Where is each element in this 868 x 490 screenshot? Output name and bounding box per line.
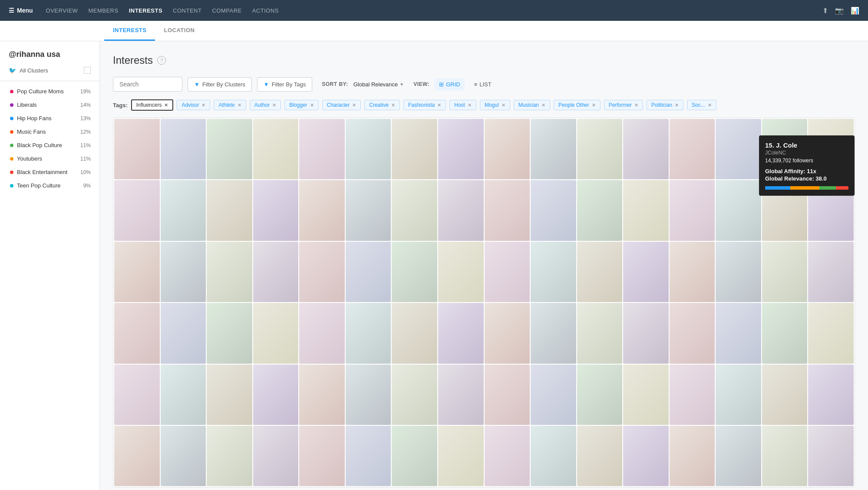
tag-politician[interactable]: Politician ✕	[647, 100, 683, 110]
grid-cell[interactable]	[253, 365, 299, 425]
nav-content[interactable]: CONTENT	[173, 7, 201, 14]
grid-cell[interactable]	[346, 303, 391, 363]
grid-cell[interactable]	[207, 242, 252, 302]
grid-cell[interactable]	[670, 303, 715, 363]
help-icon[interactable]: ?	[157, 56, 166, 65]
tag-people-other-remove[interactable]: ✕	[592, 102, 596, 108]
grid-cell[interactable]	[299, 426, 345, 486]
grid-cell[interactable]	[299, 180, 345, 240]
grid-cell[interactable]	[670, 365, 715, 425]
all-clusters-item[interactable]: 🐦 All Clusters	[0, 63, 99, 77]
tag-soc-remove[interactable]: ✕	[708, 102, 712, 108]
grid-cell[interactable]	[531, 242, 576, 302]
sort-select[interactable]: Global Relevance ▼	[353, 81, 404, 88]
grid-cell[interactable]	[346, 119, 391, 179]
tag-musician[interactable]: Musician ✕	[514, 100, 550, 110]
grid-cell[interactable]	[299, 119, 345, 179]
grid-cell[interactable]	[161, 426, 206, 486]
grid-cell[interactable]	[299, 365, 345, 425]
grid-cell[interactable]	[762, 426, 808, 486]
grid-cell[interactable]	[161, 303, 206, 363]
image-grid[interactable]	[113, 118, 855, 487]
grid-cell[interactable]	[114, 303, 160, 363]
tag-musician-remove[interactable]: ✕	[541, 102, 545, 108]
view-grid-button[interactable]: ⊞ GRID	[435, 79, 465, 90]
sidebar-item-music-fans[interactable]: Music Fans 12%	[0, 125, 99, 138]
grid-cell[interactable]	[623, 119, 669, 179]
grid-cell[interactable]	[485, 180, 530, 240]
nav-interests[interactable]: INTERESTS	[129, 7, 162, 14]
grid-cell[interactable]	[670, 426, 715, 486]
tag-character[interactable]: Character ✕	[322, 100, 361, 110]
grid-cell[interactable]	[577, 365, 623, 425]
nav-members[interactable]: MEMBERS	[88, 7, 118, 14]
sidebar-item-youtubers[interactable]: Youtubers 11%	[0, 152, 99, 165]
tag-performer[interactable]: Performer ✕	[604, 100, 643, 110]
grid-cell[interactable]	[299, 303, 345, 363]
grid-cell[interactable]	[485, 242, 530, 302]
grid-cell[interactable]	[623, 365, 669, 425]
chart-icon[interactable]: 📊	[851, 7, 859, 15]
grid-cell[interactable]	[253, 426, 299, 486]
grid-cell[interactable]	[670, 242, 715, 302]
grid-cell[interactable]	[253, 303, 299, 363]
grid-cell[interactable]	[346, 242, 391, 302]
grid-cell[interactable]	[392, 242, 437, 302]
grid-cell[interactable]	[808, 365, 854, 425]
tag-mogul[interactable]: Mogul ✕	[480, 100, 510, 110]
grid-cell[interactable]	[438, 303, 484, 363]
grid-cell[interactable]	[531, 119, 576, 179]
all-clusters-checkbox[interactable]	[84, 67, 91, 74]
grid-cell[interactable]	[114, 242, 160, 302]
grid-cell[interactable]	[762, 303, 808, 363]
grid-cell[interactable]	[577, 180, 623, 240]
grid-cell[interactable]	[207, 119, 252, 179]
grid-cell[interactable]	[577, 242, 623, 302]
tag-athlete-remove[interactable]: ✕	[238, 102, 241, 108]
grid-cell[interactable]	[577, 303, 623, 363]
grid-cell[interactable]	[438, 119, 484, 179]
grid-cell[interactable]	[531, 180, 576, 240]
grid-cell[interactable]	[207, 180, 252, 240]
tag-performer-remove[interactable]: ✕	[634, 102, 638, 108]
filter-tags-button[interactable]: ▼ Filter By Tags	[257, 77, 312, 92]
filter-clusters-button[interactable]: ▼ Filter By Clusters	[188, 77, 252, 92]
sidebar-item-teen-pop-culture[interactable]: Teen Pop Culture 9%	[0, 179, 99, 192]
sidebar-item-black-pop-culture[interactable]: Black Pop Culture 11%	[0, 138, 99, 152]
subnav-location[interactable]: LOCATION	[155, 21, 203, 41]
tag-mogul-remove[interactable]: ✕	[502, 102, 505, 108]
grid-cell[interactable]	[207, 303, 252, 363]
grid-cell[interactable]	[531, 426, 576, 486]
grid-cell[interactable]	[716, 242, 761, 302]
camera-icon[interactable]: 📷	[835, 7, 844, 15]
tag-soc[interactable]: Soc... ✕	[687, 100, 716, 110]
grid-cell[interactable]	[253, 180, 299, 240]
grid-cell[interactable]	[392, 365, 437, 425]
sidebar-item-hip-hop-fans[interactable]: Hip Hop Fans 13%	[0, 112, 99, 125]
grid-cell[interactable]	[161, 365, 206, 425]
grid-cell[interactable]	[670, 119, 715, 179]
grid-cell[interactable]	[808, 242, 854, 302]
grid-cell[interactable]	[577, 119, 623, 179]
grid-cell[interactable]	[392, 426, 437, 486]
menu-button[interactable]: ☰ Menu	[9, 7, 33, 14]
subnav-interests[interactable]: INTERESTS	[104, 21, 155, 41]
grid-cell[interactable]	[299, 242, 345, 302]
grid-cell[interactable]	[485, 426, 530, 486]
grid-cell[interactable]	[207, 426, 252, 486]
grid-cell[interactable]	[438, 426, 484, 486]
grid-cell[interactable]	[485, 119, 530, 179]
tag-politician-remove[interactable]: ✕	[675, 102, 679, 108]
grid-cell[interactable]	[808, 426, 854, 486]
tag-advisor-remove[interactable]: ✕	[201, 102, 205, 108]
grid-cell[interactable]	[623, 426, 669, 486]
grid-cell[interactable]	[716, 180, 761, 240]
grid-cell[interactable]	[716, 119, 761, 179]
nav-compare[interactable]: COMPARE	[212, 7, 241, 14]
sidebar-item-liberals[interactable]: Liberals 14%	[0, 98, 99, 112]
grid-cell[interactable]	[531, 365, 576, 425]
grid-cell[interactable]	[114, 119, 160, 179]
grid-cell[interactable]	[485, 365, 530, 425]
tag-author-remove[interactable]: ✕	[272, 102, 276, 108]
grid-cell[interactable]	[670, 180, 715, 240]
